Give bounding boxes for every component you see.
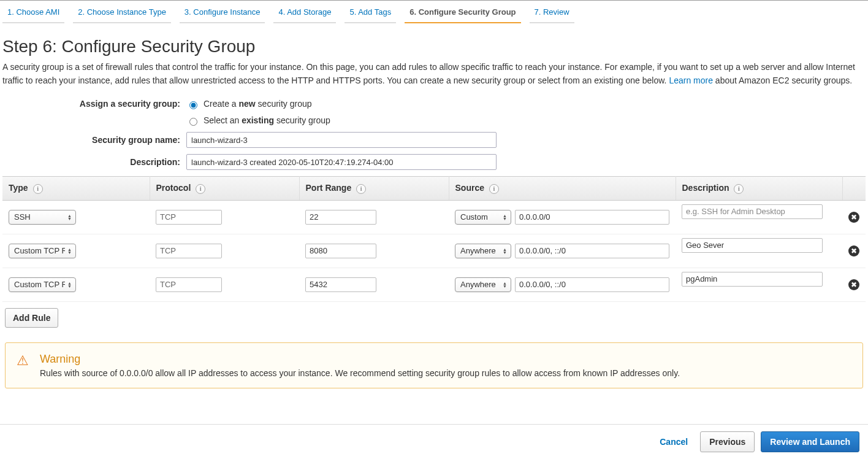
rule-protocol-input [156, 210, 222, 225]
rule-description-input[interactable] [682, 238, 823, 253]
wizard-tab-step-2[interactable]: 2. Choose Instance Type [73, 1, 171, 23]
rule-source-mode-select[interactable]: Custom▲▼ [455, 210, 511, 225]
col-header-source: Source i [449, 177, 676, 200]
table-row: Custom TCP Rule▲▼Anywhere▲▼✖ [2, 234, 866, 268]
rule-description-input[interactable] [682, 272, 823, 287]
wizard-tabs: 1. Choose AMI2. Choose Instance Type3. C… [0, 1, 868, 23]
remove-rule-icon[interactable]: ✖ [848, 212, 859, 223]
assign-security-group-row: Assign a security group: Create a new se… [2, 99, 866, 109]
col-header-port: Port Range i [299, 177, 449, 200]
rule-source-mode-select[interactable]: Anywhere▲▼ [455, 277, 511, 292]
info-icon[interactable]: i [356, 184, 366, 194]
rule-cidr-input[interactable] [515, 277, 669, 292]
radio-create-new-input[interactable] [189, 101, 197, 109]
security-group-name-input[interactable] [186, 132, 497, 148]
wizard-tab-step-3[interactable]: 3. Configure Instance [180, 1, 265, 23]
warning-box: ⚠ Warning Rules with source of 0.0.0.0/0… [5, 342, 863, 388]
table-row: SSH▲▼Custom▲▼✖ [2, 200, 866, 234]
rules-table: Type i Protocol i Port Range i Source i … [2, 176, 866, 301]
table-row: Custom TCP Rule▲▼Anywhere▲▼✖ [2, 268, 866, 301]
remove-rule-icon[interactable]: ✖ [848, 245, 859, 256]
rule-protocol-input [156, 277, 222, 292]
security-group-desc-input[interactable] [186, 154, 497, 170]
security-group-desc-label: Description: [2, 157, 186, 167]
remove-rule-icon[interactable]: ✖ [848, 279, 859, 290]
rule-type-select[interactable]: SSH▲▼ [9, 210, 76, 225]
rule-type-select[interactable]: Custom TCP Rule▲▼ [9, 277, 76, 292]
rule-protocol-input [156, 244, 222, 258]
warning-icon: ⚠ [17, 354, 29, 378]
warning-title: Warning [40, 353, 680, 366]
wizard-tab-step-5[interactable]: 5. Add Tags [345, 1, 396, 23]
info-icon[interactable]: i [489, 184, 499, 194]
col-header-type: Type i [2, 177, 150, 200]
rule-port-input[interactable] [305, 210, 376, 225]
rule-cidr-input[interactable] [515, 210, 669, 225]
learn-more-link[interactable]: Learn more [669, 75, 713, 85]
page-title: Step 6: Configure Security Group [2, 37, 866, 56]
wizard-tab-step-1[interactable]: 1. Choose AMI [2, 1, 64, 23]
page-description: A security group is a set of firewall ru… [2, 60, 866, 88]
add-rule-button[interactable]: Add Rule [5, 308, 58, 328]
col-header-protocol: Protocol i [150, 177, 299, 200]
radio-create-new[interactable]: Create a new security group [186, 99, 312, 109]
rule-description-input[interactable] [682, 204, 823, 219]
info-icon[interactable]: i [734, 184, 744, 194]
col-header-description: Description i [676, 177, 842, 200]
info-icon[interactable]: i [196, 184, 205, 194]
assign-security-group-label: Assign a security group: [2, 99, 186, 109]
rule-cidr-input[interactable] [515, 244, 669, 258]
rule-port-input[interactable] [305, 277, 376, 292]
rule-port-input[interactable] [305, 244, 376, 258]
wizard-tab-step-4[interactable]: 4. Add Storage [273, 1, 336, 23]
wizard-tab-step-7[interactable]: 7. Review [530, 1, 574, 23]
security-group-name-label: Security group name: [2, 135, 186, 145]
rule-type-select[interactable]: Custom TCP Rule▲▼ [9, 244, 76, 258]
rule-source-mode-select[interactable]: Anywhere▲▼ [455, 244, 511, 258]
wizard-tab-step-6[interactable]: 6. Configure Security Group [405, 1, 520, 23]
radio-select-existing[interactable]: Select an existing security group [186, 115, 330, 126]
warning-text: Rules with source of 0.0.0.0/0 allow all… [40, 368, 680, 378]
info-icon[interactable]: i [33, 184, 43, 194]
radio-select-existing-input[interactable] [189, 118, 197, 126]
